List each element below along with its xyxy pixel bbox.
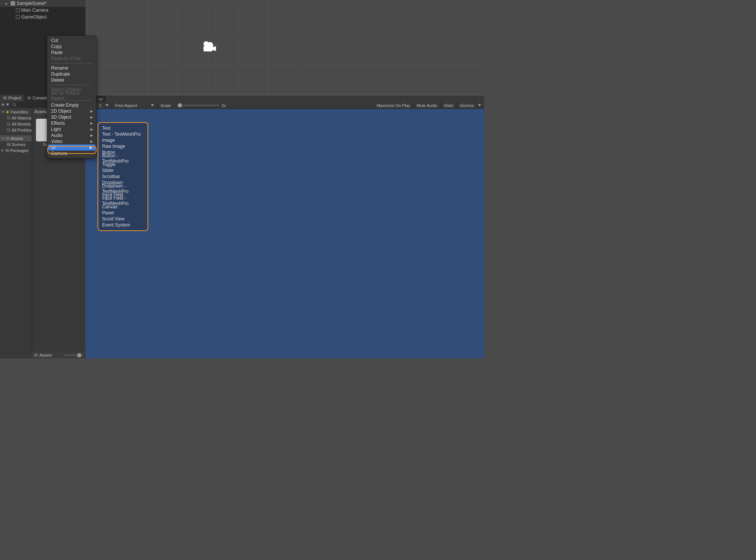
tree-packages-folder[interactable]: Packages (0, 147, 32, 154)
kebab-icon[interactable]: ⋮ (477, 97, 481, 101)
gameobject-icon (16, 15, 20, 19)
chevron-right-icon: ▶ (90, 140, 93, 143)
aspect-dropdown[interactable]: Free Aspect (112, 102, 157, 109)
tree-favorites-header[interactable]: ★Favorites (0, 109, 32, 115)
game-tab-bar: ne ⋮ (85, 96, 484, 102)
slider-thumb[interactable] (178, 103, 182, 107)
search-icon (7, 116, 11, 120)
svg-rect-2 (203, 46, 213, 51)
menu-light[interactable]: Light▶ (47, 126, 96, 132)
menu-2d-object[interactable]: 2D Object▶ (47, 108, 96, 114)
scale-slider[interactable]: 2x (174, 103, 373, 108)
tree-folder-item[interactable]: Scenes (0, 141, 32, 147)
tab-label: ne (98, 97, 103, 101)
tree-label: Favorites (11, 110, 28, 114)
add-button[interactable]: + (2, 102, 5, 107)
project-tab[interactable]: Project (0, 95, 24, 101)
search-icon (7, 122, 11, 126)
chevron-down-icon (151, 104, 154, 106)
project-tree: ★Favorites All Materia All Models All Pr… (0, 108, 32, 352)
expand-icon[interactable] (5, 3, 8, 5)
submenu-raw-image[interactable]: Raw Image (98, 143, 147, 149)
thumbnail-zoom-slider[interactable] (64, 355, 83, 356)
tree-favorite-item[interactable]: All Materia (0, 115, 32, 121)
folder-icon (7, 143, 11, 146)
submenu-scroll-view[interactable]: Scroll View (98, 216, 147, 222)
menu-copy[interactable]: Copy (47, 43, 96, 50)
tab-label: Project (8, 96, 21, 100)
submenu-text[interactable]: Text (98, 125, 147, 131)
scene-name: SampleScene* (17, 1, 47, 6)
dropdown-value: Free Aspect (115, 103, 137, 108)
hierarchy-item-label: Main Camera (21, 8, 48, 13)
mute-audio-toggle[interactable]: Mute Audio (413, 102, 441, 109)
expand-icon[interactable] (2, 111, 4, 113)
maximize-on-play-toggle[interactable]: Maximize On Play (373, 102, 413, 109)
expand-icon[interactable] (2, 149, 3, 152)
menu-effects[interactable]: Effects▶ (47, 120, 96, 126)
console-icon (27, 96, 31, 99)
context-menu: Cut Copy Paste Paste As Child Rename Dup… (47, 36, 96, 158)
menu-duplicate[interactable]: Duplicate (47, 71, 96, 77)
menu-cut[interactable]: Cut (47, 37, 96, 43)
menu-paste-as-child: Paste As Child (47, 56, 96, 62)
tree-label: Assets (11, 136, 23, 141)
game-tab[interactable]: ne (95, 96, 106, 102)
submenu-event-system[interactable]: Event System (98, 222, 147, 228)
menu-paste[interactable]: Paste (47, 50, 96, 56)
chevron-down-icon[interactable] (6, 104, 9, 105)
submenu-scrollbar[interactable]: Scrollbar (98, 174, 147, 180)
menu-ui[interactable]: UI▶ (48, 144, 95, 150)
scene-view[interactable] (85, 0, 484, 96)
menu-delete[interactable]: Delete (47, 77, 96, 83)
chevron-right-icon: ▶ (90, 127, 93, 131)
tab-label: Console (33, 96, 48, 100)
chevron-down-icon (106, 104, 109, 106)
submenu-button-tmp[interactable]: Button - TextMeshPro (98, 155, 147, 161)
tree-assets-folder[interactable]: Assets (0, 135, 32, 141)
menu-rename[interactable]: Rename (47, 65, 96, 71)
dropdown-value: 1 (99, 103, 101, 108)
menu-separator (51, 63, 92, 64)
chevron-right-icon: ▶ (90, 121, 93, 125)
hierarchy-item-label: GameObject (21, 14, 47, 20)
menu-3d-object[interactable]: 3D Object▶ (47, 114, 96, 120)
search-icon (12, 103, 16, 107)
folder-icon (6, 137, 9, 140)
star-icon: ★ (6, 110, 9, 115)
chevron-down-icon (478, 104, 481, 106)
unity-icon (11, 1, 15, 6)
tree-label: All Prefabs (12, 128, 32, 132)
submenu-panel[interactable]: Panel (98, 210, 147, 216)
folder-icon (5, 149, 9, 152)
hierarchy-item[interactable]: Main Camera (0, 7, 85, 14)
submenu-dropdown-tmp[interactable]: Dropdown - TextMeshPro (98, 186, 147, 192)
ui-submenu: Text Text - TextMeshPro Image Raw Image … (98, 122, 148, 231)
tree-favorite-item[interactable]: All Prefabs (0, 127, 32, 133)
hierarchy-scene-row[interactable]: SampleScene* ⋮ (0, 0, 85, 7)
menu-create-empty[interactable]: Create Empty (47, 102, 96, 108)
scale-value: 2x (222, 103, 226, 108)
menu-camera[interactable]: Camera (47, 150, 96, 157)
stats-toggle[interactable]: Stats (441, 102, 456, 109)
tree-label: All Materia (12, 116, 31, 120)
tree-favorite-item[interactable]: All Models (0, 121, 32, 127)
expand-icon[interactable] (2, 138, 4, 139)
submenu-input-field-tmp[interactable]: Input Field - TextMeshPro (98, 198, 147, 204)
gizmos-dropdown[interactable]: Gizmos (456, 102, 484, 109)
menu-video[interactable]: Video▶ (47, 138, 96, 144)
project-footer: Assets (32, 352, 85, 358)
submenu-slider[interactable]: Slider (98, 168, 147, 174)
tree-label: Scenes (12, 142, 26, 147)
camera-gizmo-icon[interactable] (202, 41, 217, 52)
hierarchy-item[interactable]: GameObject (0, 14, 85, 20)
submenu-text-tmp[interactable]: Text - TextMeshPro (98, 131, 147, 137)
tree-label: Packages (10, 148, 28, 153)
folder-icon (34, 354, 38, 357)
scale-label: Scale (157, 102, 174, 109)
menu-audio[interactable]: Audio▶ (47, 132, 96, 138)
footer-path: Assets (39, 353, 52, 357)
menu-set-default-parent: Set as Default Parent (47, 93, 96, 99)
submenu-image[interactable]: Image (98, 137, 147, 143)
kebab-icon[interactable]: ⋮ (78, 1, 82, 5)
